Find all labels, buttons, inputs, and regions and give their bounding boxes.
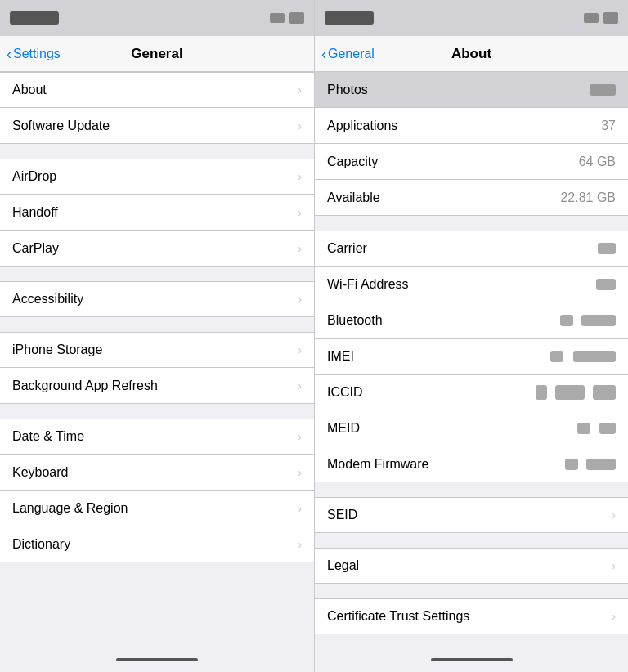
- chevron-handoff: ›: [298, 206, 302, 219]
- meid-blur1: [577, 423, 590, 434]
- item-right-keyboard: ›: [298, 466, 302, 479]
- imei-blur2: [573, 351, 616, 362]
- item-right-legal: ›: [612, 559, 616, 572]
- list-item-accessibility[interactable]: Accessibility ›: [0, 281, 314, 317]
- list-item-available[interactable]: Available 22.81 GB: [315, 180, 628, 216]
- item-label-iccid: ICCID: [327, 385, 363, 400]
- back-label-right[interactable]: General: [328, 47, 375, 61]
- list-item-applications[interactable]: Applications 37: [315, 108, 628, 144]
- chevron-language-region: ›: [298, 502, 302, 515]
- item-label-iphone-storage: iPhone Storage: [12, 343, 102, 357]
- list-item-handoff[interactable]: Handoff ›: [0, 195, 314, 231]
- chevron-accessibility: ›: [298, 293, 302, 306]
- chevron-legal: ›: [612, 559, 616, 572]
- list-item-legal[interactable]: Legal ›: [315, 548, 628, 584]
- back-label-left[interactable]: Settings: [13, 47, 61, 61]
- item-right-date-time: ›: [298, 430, 302, 443]
- list-item-photos[interactable]: Photos: [315, 72, 628, 108]
- list-item-carplay[interactable]: CarPlay ›: [0, 231, 314, 267]
- modem-blur1: [565, 459, 578, 470]
- meid-blur2: [599, 423, 616, 434]
- item-label-available: Available: [327, 190, 380, 205]
- item-right-applications: 37: [601, 119, 616, 133]
- list-item-bluetooth[interactable]: Bluetooth: [315, 302, 628, 338]
- list-item-about[interactable]: About ›: [0, 72, 314, 108]
- section-about-top: Photos Applications 37 Capacity 64 GB Av…: [315, 72, 628, 216]
- list-item-carrier[interactable]: Carrier: [315, 231, 628, 267]
- item-right-photos: [590, 84, 616, 96]
- section-top: About › Software Update ›: [0, 72, 314, 144]
- section-seid: SEID ›: [315, 497, 628, 533]
- nav-bar-left: ‹ Settings General: [0, 36, 314, 72]
- item-label-capacity: Capacity: [327, 155, 378, 169]
- gap-r3: [315, 533, 628, 548]
- page-title-left: General: [131, 46, 182, 62]
- item-right-capacity: 64 GB: [579, 155, 616, 169]
- chevron-carplay: ›: [298, 242, 302, 255]
- carrier-blur: [598, 243, 616, 254]
- photos-value-blur: [590, 84, 616, 96]
- item-right-seid: ›: [612, 508, 616, 522]
- item-right-iccid: [536, 385, 616, 400]
- section-legal: Legal ›: [315, 548, 628, 584]
- imei-blur1: [550, 351, 563, 362]
- iccid-blur3: [593, 385, 616, 400]
- list-item-seid[interactable]: SEID ›: [315, 497, 628, 533]
- bluetooth-blur1: [560, 315, 573, 326]
- item-label-date-time: Date & Time: [12, 429, 84, 444]
- list-item-keyboard[interactable]: Keyboard ›: [0, 455, 314, 491]
- section-network: Carrier Wi-Fi Address Bluetooth: [315, 231, 628, 338]
- capacity-value: 64 GB: [579, 155, 616, 169]
- item-right-background-refresh: ›: [298, 379, 302, 392]
- item-label-handoff: Handoff: [12, 205, 58, 220]
- item-label-legal: Legal: [327, 558, 359, 573]
- item-right-carrier: [598, 243, 616, 254]
- list-item-wifi-address[interactable]: Wi-Fi Address: [315, 267, 628, 302]
- gap-r1: [315, 216, 628, 231]
- right-panel: ‹ General About Photos Applications 37 C…: [314, 0, 628, 672]
- item-label-modem-firmware: Modem Firmware: [327, 457, 428, 472]
- item-label-airdrop: AirDrop: [12, 169, 56, 184]
- chevron-about: ›: [298, 83, 302, 96]
- list-item-cert-trust[interactable]: Certificate Trust Settings ›: [315, 598, 628, 634]
- back-button-left[interactable]: ‹ Settings: [7, 47, 61, 61]
- chevron-dictionary: ›: [298, 538, 302, 551]
- list-item-airdrop[interactable]: AirDrop ›: [0, 159, 314, 195]
- section-locale: Date & Time › Keyboard › Language & Regi…: [0, 419, 314, 562]
- list-item-iphone-storage[interactable]: iPhone Storage ›: [0, 332, 314, 368]
- status-bar-right: [315, 0, 628, 36]
- iccid-blur1: [536, 385, 547, 400]
- chevron-airdrop: ›: [298, 170, 302, 183]
- list-item-modem-firmware[interactable]: Modem Firmware: [315, 446, 628, 482]
- list-item-dictionary[interactable]: Dictionary ›: [0, 526, 314, 562]
- iccid-blur2: [555, 385, 585, 400]
- status-icons-right: [584, 12, 618, 24]
- chevron-date-time: ›: [298, 430, 302, 443]
- list-item-background-refresh[interactable]: Background App Refresh ›: [0, 368, 314, 404]
- list-item-imei[interactable]: IMEI: [315, 338, 628, 374]
- chevron-iphone-storage: ›: [298, 343, 302, 356]
- item-right-dictionary: ›: [298, 538, 302, 551]
- list-item-capacity[interactable]: Capacity 64 GB: [315, 144, 628, 180]
- list-item-iccid[interactable]: ICCID: [315, 374, 628, 410]
- item-right-bluetooth: [560, 315, 616, 326]
- list-item-language-region[interactable]: Language & Region ›: [0, 491, 314, 526]
- available-value: 22.81 GB: [560, 190, 616, 205]
- item-right-language-region: ›: [298, 502, 302, 515]
- settings-list-left: About › Software Update › AirDrop ›: [0, 72, 314, 647]
- item-right-iphone-storage: ›: [298, 343, 302, 356]
- list-item-software-update[interactable]: Software Update ›: [0, 108, 314, 144]
- page-title-right: About: [451, 46, 491, 62]
- list-item-meid[interactable]: MEID: [315, 410, 628, 446]
- back-button-right[interactable]: ‹ General: [321, 47, 375, 61]
- item-label-dictionary: Dictionary: [12, 537, 70, 552]
- status-time-left: [10, 11, 59, 25]
- list-item-date-time[interactable]: Date & Time ›: [0, 419, 314, 455]
- back-chevron-right: ‹: [321, 47, 326, 61]
- chevron-seid: ›: [612, 508, 616, 522]
- nav-bar-right: ‹ General About: [315, 36, 628, 72]
- chevron-software-update: ›: [298, 119, 302, 132]
- gap-r2: [315, 482, 628, 497]
- signal-icon-right: [584, 13, 599, 23]
- gap-4: [0, 404, 314, 419]
